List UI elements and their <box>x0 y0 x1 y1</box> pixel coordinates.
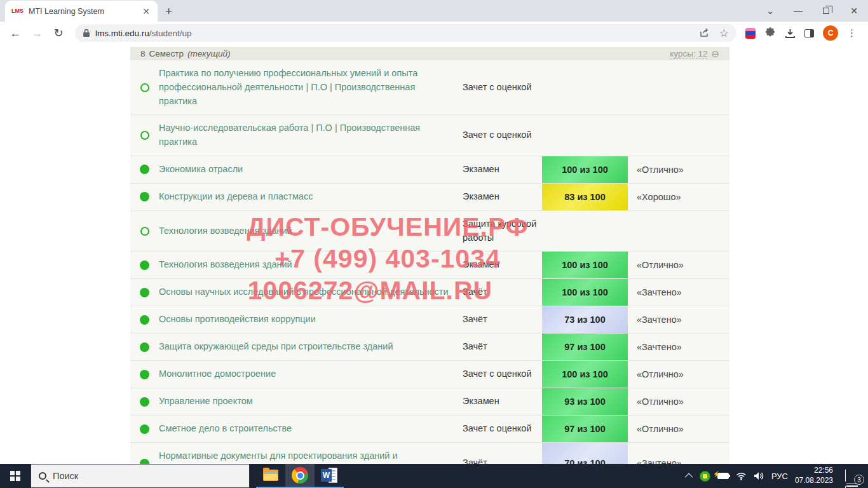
notification-center[interactable]: 3 <box>845 470 859 482</box>
course-status-cell <box>130 252 159 278</box>
downloads-icon[interactable] <box>785 28 796 39</box>
course-status-icon <box>140 315 149 325</box>
course-name-link[interactable]: Нормативные документы для проектирования… <box>159 443 463 464</box>
course-status-icon <box>140 261 149 270</box>
window-controls: ⌄ — ✕ <box>756 0 868 22</box>
extensions-puzzle-icon[interactable] <box>764 27 776 39</box>
share-icon[interactable] <box>700 28 710 38</box>
page-content: 8 Семестр (текущий) курсы: 12 ⊖ Практика… <box>0 44 868 464</box>
clock-date: 07.08.2023 <box>795 476 833 485</box>
semester-number: 8 <box>140 49 146 58</box>
course-row: Управление проектом Экзамен 93 из 100 «О… <box>130 388 729 416</box>
back-icon[interactable]: ← <box>6 24 24 42</box>
collapse-section-icon[interactable]: ⊖ <box>711 49 719 58</box>
course-exam-type: Зачет с оценкой <box>463 60 542 114</box>
restore-button[interactable] <box>812 0 840 22</box>
course-grade: «Зачтено» <box>628 443 729 464</box>
clock-time: 22:56 <box>814 466 833 475</box>
semester-note: (текущий) <box>187 49 230 58</box>
taskbar-file-explorer[interactable] <box>256 464 285 488</box>
language-indicator[interactable]: РУС <box>771 471 788 481</box>
forward-icon[interactable]: → <box>28 24 46 42</box>
search-icon <box>39 472 46 480</box>
course-row: Научно-исследовательская работа | П.О | … <box>130 115 729 156</box>
browser-window: LMS MTI Learning System ✕ + ⌄ — ✕ ← → ↻ … <box>0 0 868 488</box>
course-status-icon <box>140 397 149 407</box>
course-row: Практика по получению профессиональных у… <box>130 60 729 115</box>
course-score <box>542 115 628 156</box>
course-status-cell <box>130 416 159 442</box>
course-name-link[interactable]: Основы научных исследований в профессион… <box>159 279 463 306</box>
taskbar-chrome[interactable] <box>285 464 315 488</box>
extensions-area: C ⋮ <box>740 25 862 41</box>
tray-chevron-icon[interactable] <box>687 473 693 479</box>
course-score <box>542 211 628 252</box>
course-status-icon <box>140 165 149 174</box>
taskbar-clock[interactable]: 22:56 07.08.2023 <box>795 466 833 485</box>
course-name-link[interactable]: Экономика отрасли <box>159 156 463 183</box>
course-score: 100 из 100 <box>542 361 628 388</box>
antivirus-tray-icon[interactable] <box>700 471 710 482</box>
menu-kebab-icon[interactable]: ⋮ <box>847 27 857 39</box>
semester-header: 8 Семестр (текущий) курсы: 12 ⊖ <box>130 47 729 60</box>
course-name-link[interactable]: Технология возведения зданий <box>159 211 463 252</box>
speaker-icon[interactable] <box>754 471 764 480</box>
course-name-link[interactable]: Практика по получению профессиональных у… <box>159 60 463 114</box>
taskbar-search[interactable]: Поиск <box>31 464 250 488</box>
course-exam-type: Зачёт <box>463 334 542 360</box>
close-button[interactable]: ✕ <box>840 0 868 22</box>
battery-icon[interactable] <box>717 473 729 479</box>
system-tray: РУС 22:56 07.08.2023 3 <box>687 464 868 488</box>
new-tab-button[interactable]: + <box>165 5 172 17</box>
flag-extension-icon[interactable] <box>745 28 756 39</box>
course-exam-type: Экзамен <box>463 388 542 415</box>
tab-strip: LMS MTI Learning System ✕ + ⌄ — ✕ <box>0 0 868 22</box>
bookmark-star-icon[interactable]: ☆ <box>719 28 729 39</box>
start-button[interactable] <box>0 464 31 488</box>
file-explorer-icon <box>263 470 278 481</box>
address-bar[interactable]: lms.mti.edu.ru/student/up ☆ <box>75 24 736 42</box>
course-status-icon <box>140 424 149 434</box>
tab-search-icon[interactable]: ⌄ <box>756 0 784 22</box>
course-name-link[interactable]: Сметное дело в строительстве <box>159 416 463 442</box>
course-exam-type: Защита курсовой работы <box>463 211 542 252</box>
course-grade: «Отлично» <box>628 156 729 183</box>
course-score: 83 из 100 <box>542 184 628 210</box>
course-status-cell <box>130 60 159 114</box>
course-row: Основы научных исследований в профессион… <box>130 279 729 306</box>
course-exam-type: Зачет с оценкой <box>463 416 542 442</box>
course-status-icon <box>140 192 149 201</box>
reload-icon[interactable]: ↻ <box>50 24 67 42</box>
course-row: Конструкции из дерева и пластмасс Экзаме… <box>130 184 729 211</box>
course-status-cell <box>130 211 159 252</box>
courses-count-link[interactable]: курсы: 12 <box>670 49 707 59</box>
course-name-link[interactable]: Научно-исследовательская работа | П.О | … <box>159 115 463 156</box>
course-grade: «Отлично» <box>628 361 729 388</box>
course-name-link[interactable]: Защита окружающей среды при строительств… <box>159 334 463 360</box>
course-row: Технология возведения зданий Экзамен 100… <box>130 252 729 279</box>
search-placeholder: Поиск <box>53 471 78 481</box>
course-exam-type: Зачет с оценкой <box>463 361 542 388</box>
browser-tab[interactable]: LMS MTI Learning System ✕ <box>5 1 158 22</box>
course-name-link[interactable]: Технология возведения зданий <box>159 252 463 278</box>
tab-close-icon[interactable]: ✕ <box>141 6 151 17</box>
course-name-link[interactable]: Конструкции из дерева и пластмасс <box>159 184 463 210</box>
profile-avatar[interactable]: C <box>823 25 838 41</box>
course-name-link[interactable]: Монолитное домостроение <box>159 361 463 388</box>
course-status-cell <box>130 334 159 360</box>
course-name-link[interactable]: Управление проектом <box>159 388 463 415</box>
course-grade <box>628 115 729 156</box>
wifi-icon[interactable] <box>736 472 747 480</box>
course-row: Монолитное домостроение Зачет с оценкой … <box>130 361 729 388</box>
course-exam-type: Экзамен <box>463 252 542 278</box>
course-score <box>542 60 628 114</box>
course-name-link[interactable]: Основы противодействия коррупции <box>159 306 463 333</box>
course-score: 97 из 100 <box>542 334 628 360</box>
windows-taskbar: Поиск W РУС 22:56 07.08.2023 <box>0 464 868 488</box>
course-status-icon <box>140 342 149 352</box>
taskbar-word[interactable]: W <box>315 464 344 488</box>
course-score: 100 из 100 <box>542 252 628 278</box>
course-exam-type: Зачёт <box>463 279 542 306</box>
side-panel-icon[interactable] <box>804 29 814 37</box>
minimize-button[interactable]: — <box>784 0 812 22</box>
